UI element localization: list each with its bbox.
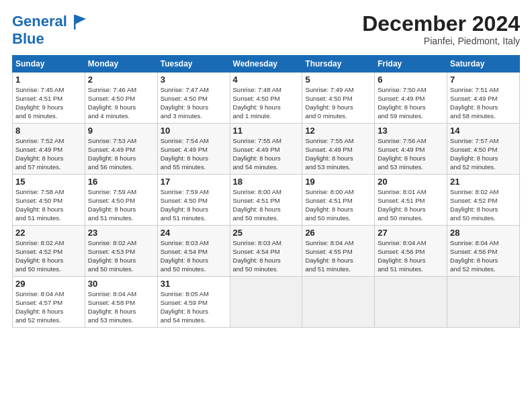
day-number: 23 [88,228,154,238]
day-info: Sunrise: 7:48 AMSunset: 4:50 PMDaylight:… [233,86,300,120]
page: General Blue December 2024 Pianfei, Pied… [0,0,532,411]
day-number: 12 [305,126,371,136]
day-info: Sunrise: 7:59 AMSunset: 4:50 PMDaylight:… [88,188,154,222]
calendar-table: Sunday Monday Tuesday Wednesday Thursday… [12,55,520,328]
day-number: 6 [378,75,444,85]
day-number: 18 [233,177,300,187]
day-info: Sunrise: 8:01 AMSunset: 4:51 PMDaylight:… [378,188,444,222]
day-number: 21 [450,177,517,187]
header-tuesday: Tuesday [157,56,230,73]
day-info: Sunrise: 8:02 AMSunset: 4:52 PMDaylight:… [15,239,82,273]
day-cell: 12Sunrise: 7:55 AMSunset: 4:49 PMDayligh… [302,124,375,175]
day-cell [447,277,520,328]
day-info: Sunrise: 7:47 AMSunset: 4:50 PMDaylight:… [161,86,227,120]
day-cell: 2Sunrise: 7:46 AMSunset: 4:50 PMDaylight… [85,73,157,124]
week-row-3: 15Sunrise: 7:58 AMSunset: 4:50 PMDayligh… [13,175,520,226]
day-number: 25 [233,228,300,238]
day-info: Sunrise: 7:57 AMSunset: 4:50 PMDaylight:… [450,137,517,171]
day-cell: 3Sunrise: 7:47 AMSunset: 4:50 PMDaylight… [157,73,230,124]
day-cell [302,277,375,328]
day-info: Sunrise: 8:04 AMSunset: 4:58 PMDaylight:… [88,290,154,324]
header-sunday: Sunday [13,56,85,73]
day-number: 5 [305,75,371,85]
day-cell: 11Sunrise: 7:55 AMSunset: 4:49 PMDayligh… [230,124,302,175]
day-cell: 29Sunrise: 8:04 AMSunset: 4:57 PMDayligh… [13,277,85,328]
day-cell: 27Sunrise: 8:04 AMSunset: 4:56 PMDayligh… [375,226,447,277]
day-info: Sunrise: 8:02 AMSunset: 4:52 PMDaylight:… [450,188,517,222]
day-cell [375,277,447,328]
day-cell: 1Sunrise: 7:45 AMSunset: 4:51 PMDaylight… [13,73,85,124]
day-number: 3 [161,75,227,85]
day-number: 22 [15,228,82,238]
day-info: Sunrise: 7:50 AMSunset: 4:49 PMDaylight:… [378,86,444,120]
day-cell: 8Sunrise: 7:52 AMSunset: 4:49 PMDaylight… [13,124,85,175]
header-monday: Monday [85,56,157,73]
week-row-1: 1Sunrise: 7:45 AMSunset: 4:51 PMDaylight… [13,73,520,124]
day-cell: 23Sunrise: 8:02 AMSunset: 4:53 PMDayligh… [85,226,157,277]
header-saturday: Saturday [447,56,520,73]
day-cell: 15Sunrise: 7:58 AMSunset: 4:50 PMDayligh… [13,175,85,226]
day-cell: 25Sunrise: 8:03 AMSunset: 4:54 PMDayligh… [230,226,302,277]
day-info: Sunrise: 7:58 AMSunset: 4:50 PMDaylight:… [15,188,82,222]
day-info: Sunrise: 8:02 AMSunset: 4:53 PMDaylight:… [88,239,154,273]
header-wednesday: Wednesday [230,56,302,73]
header-friday: Friday [375,56,447,73]
day-number: 28 [450,228,517,238]
day-info: Sunrise: 8:04 AMSunset: 4:55 PMDaylight:… [305,239,371,273]
week-row-4: 22Sunrise: 8:02 AMSunset: 4:52 PMDayligh… [13,226,520,277]
day-cell: 19Sunrise: 8:00 AMSunset: 4:51 PMDayligh… [302,175,375,226]
day-cell: 22Sunrise: 8:02 AMSunset: 4:52 PMDayligh… [13,226,85,277]
day-info: Sunrise: 8:04 AMSunset: 4:57 PMDaylight:… [15,290,82,324]
day-info: Sunrise: 7:55 AMSunset: 4:49 PMDaylight:… [233,137,300,171]
day-cell: 17Sunrise: 7:59 AMSunset: 4:50 PMDayligh… [157,175,230,226]
day-number: 1 [15,75,82,85]
month-title: December 2024 [362,12,520,36]
subtitle: Pianfei, Piedmont, Italy [362,36,520,46]
day-cell: 20Sunrise: 8:01 AMSunset: 4:51 PMDayligh… [375,175,447,226]
day-number: 15 [15,177,82,187]
day-cell: 31Sunrise: 8:05 AMSunset: 4:59 PMDayligh… [157,277,230,328]
day-cell: 24Sunrise: 8:03 AMSunset: 4:54 PMDayligh… [157,226,230,277]
day-info: Sunrise: 8:03 AMSunset: 4:54 PMDaylight:… [161,239,227,273]
day-number: 20 [378,177,444,187]
day-info: Sunrise: 7:45 AMSunset: 4:51 PMDaylight:… [15,86,82,120]
day-info: Sunrise: 7:49 AMSunset: 4:50 PMDaylight:… [305,86,371,120]
day-number: 26 [305,228,371,238]
day-info: Sunrise: 8:04 AMSunset: 4:56 PMDaylight:… [450,239,517,273]
day-number: 13 [378,126,444,136]
day-number: 10 [161,126,227,136]
day-info: Sunrise: 7:51 AMSunset: 4:49 PMDaylight:… [450,86,517,120]
day-number: 11 [233,126,300,136]
day-info: Sunrise: 8:03 AMSunset: 4:54 PMDaylight:… [233,239,300,273]
day-cell: 5Sunrise: 7:49 AMSunset: 4:50 PMDaylight… [302,73,375,124]
day-info: Sunrise: 7:59 AMSunset: 4:50 PMDaylight:… [161,188,227,222]
day-info: Sunrise: 8:05 AMSunset: 4:59 PMDaylight:… [161,290,227,324]
day-info: Sunrise: 8:00 AMSunset: 4:51 PMDaylight:… [233,188,300,222]
day-cell: 13Sunrise: 7:56 AMSunset: 4:49 PMDayligh… [375,124,447,175]
day-number: 14 [450,126,517,136]
day-info: Sunrise: 7:52 AMSunset: 4:49 PMDaylight:… [15,137,82,171]
week-row-2: 8Sunrise: 7:52 AMSunset: 4:49 PMDaylight… [13,124,520,175]
logo-blue-text: Blue [12,30,44,47]
day-cell: 9Sunrise: 7:53 AMSunset: 4:49 PMDaylight… [85,124,157,175]
day-cell [230,277,302,328]
day-info: Sunrise: 8:04 AMSunset: 4:56 PMDaylight:… [378,239,444,273]
logo-icon [70,12,89,31]
day-cell: 10Sunrise: 7:54 AMSunset: 4:49 PMDayligh… [157,124,230,175]
title-area: December 2024 Pianfei, Piedmont, Italy [362,12,520,46]
logo-text: General [12,13,67,30]
svg-marker-0 [75,15,86,24]
day-cell: 6Sunrise: 7:50 AMSunset: 4:49 PMDaylight… [375,73,447,124]
logo: General Blue [12,12,89,47]
day-info: Sunrise: 7:53 AMSunset: 4:49 PMDaylight:… [88,137,154,171]
day-number: 9 [88,126,154,136]
day-info: Sunrise: 8:00 AMSunset: 4:51 PMDaylight:… [305,188,371,222]
day-info: Sunrise: 7:46 AMSunset: 4:50 PMDaylight:… [88,86,154,120]
svg-rect-1 [74,15,76,30]
day-number: 30 [88,279,154,289]
day-number: 7 [450,75,517,85]
day-cell: 18Sunrise: 8:00 AMSunset: 4:51 PMDayligh… [230,175,302,226]
day-number: 17 [161,177,227,187]
day-number: 19 [305,177,371,187]
day-number: 27 [378,228,444,238]
